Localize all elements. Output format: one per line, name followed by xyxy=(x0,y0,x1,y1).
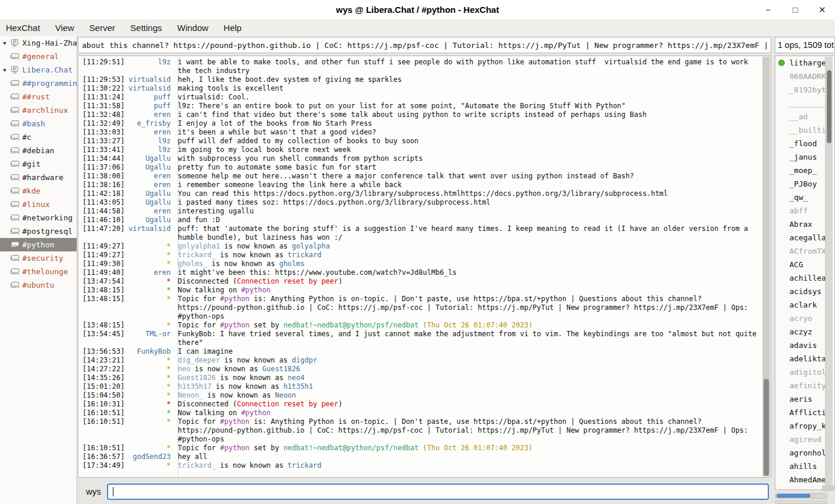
message-text: I enjoy a lot of the books from No Starh… xyxy=(171,119,761,128)
timestamp: [14:35:26] xyxy=(82,374,125,382)
sidebar-item--bash[interactable]: #bash xyxy=(0,117,77,130)
event-star: * xyxy=(167,409,171,417)
user-nick: aczyz xyxy=(789,327,812,336)
menu-item-settings[interactable]: Settings xyxy=(130,23,162,33)
nick: Ugallu xyxy=(146,198,171,207)
chat-scrollbar[interactable] xyxy=(762,57,770,477)
sidebar-item--c[interactable]: #c xyxy=(0,130,77,144)
message-text: You can read this https://docs.python.or… xyxy=(171,189,761,198)
chat-bubble-icon xyxy=(9,52,20,61)
sidebar-item--python[interactable]: #python xyxy=(0,238,77,251)
sidebar-item--kde[interactable]: #kde xyxy=(0,184,77,198)
sidebar-item--ubuntu[interactable]: #ubuntu xyxy=(0,278,77,292)
expander-icon[interactable]: ▼ xyxy=(0,40,9,46)
expander-icon[interactable]: ▼ xyxy=(0,67,9,73)
chat-row: [11:47:20]virtualsidpuff: that 'automate… xyxy=(78,225,761,242)
chat-scrollbar-thumb[interactable] xyxy=(764,379,769,476)
menu-item-help[interactable]: Help xyxy=(223,23,241,33)
sidebar-item--programming[interactable]: ##programming xyxy=(0,77,77,90)
throttle-meter xyxy=(775,500,827,504)
sidebar-item--security[interactable]: #security xyxy=(0,251,77,265)
message-text: it might've been this: https://www.youtu… xyxy=(171,268,761,277)
sidebar-item--hardware[interactable]: #hardware xyxy=(0,171,77,184)
timestamp: [13:48:15] xyxy=(82,321,125,330)
scrollbar-corner xyxy=(822,485,835,491)
timestamp: [11:31:24] xyxy=(82,93,125,102)
sidebar-item--debian[interactable]: #debian xyxy=(0,144,77,157)
event-star: * xyxy=(167,286,171,295)
sidebar-item--linux[interactable]: #linux xyxy=(0,198,77,211)
timestamp: [13:56:53] xyxy=(82,347,125,356)
timestamp: [11:46:10] xyxy=(82,216,125,225)
user-nick: 068AADRKN xyxy=(789,72,830,81)
user-nick: ahills xyxy=(789,462,817,471)
sidebar-item--networking[interactable]: #networking xyxy=(0,211,77,225)
sidebar-item--postgresql[interactable]: #postgresql xyxy=(0,225,77,238)
event-star: * xyxy=(167,356,171,365)
timestamp: [11:29:51] xyxy=(82,58,125,75)
user-nick: acidsys xyxy=(789,287,822,296)
menu-item-hexchat[interactable]: HexChat xyxy=(6,23,40,33)
sidebar-server-xing-hai-zhan[interactable]: ▼ Xing-Hai-Zhan xyxy=(0,36,77,50)
menu-item-view[interactable]: View xyxy=(55,23,74,33)
user-nick: _8192byte xyxy=(789,85,830,94)
chat-area[interactable]: [11:29:51]l9zi want be able to make tool… xyxy=(78,56,771,478)
userlist-scrollbar[interactable] xyxy=(825,57,833,489)
timestamp: [11:31:58] xyxy=(82,102,125,111)
user-nick: acryo xyxy=(789,314,812,323)
sidebar-server-libera-chat[interactable]: ▼ Libera.Chat xyxy=(0,63,77,77)
chat-row: [16:10:31]*Disconnected (Connection rese… xyxy=(78,400,761,409)
timestamp: [11:43:05] xyxy=(82,198,125,207)
channel-label: #networking xyxy=(22,213,73,222)
chat-row: [17:34:49]*trickard_ is now known as tri… xyxy=(78,461,761,470)
channel-label: ##programming xyxy=(22,79,77,88)
timestamp: [11:30:22] xyxy=(82,84,125,93)
nick: puff xyxy=(154,102,171,111)
text-caret xyxy=(113,487,113,496)
message-text: dig_deeper is now known as digdpr xyxy=(171,356,761,365)
maximize-icon[interactable]: □ xyxy=(791,5,800,15)
chat-bubble-icon xyxy=(9,119,20,128)
channel-label: #general xyxy=(22,52,59,61)
channel-label: #kde xyxy=(22,187,40,195)
chat-bubble-icon xyxy=(9,227,20,236)
chat-row: [11:29:51]l9zi want be able to make tool… xyxy=(78,58,761,75)
nick: eren xyxy=(154,268,171,277)
sidebar-item--archlinux[interactable]: #archlinux xyxy=(0,103,77,117)
timestamp: [14:23:21] xyxy=(82,356,125,365)
timestamp: [11:49:27] xyxy=(82,242,125,251)
close-icon[interactable]: ✕ xyxy=(817,5,827,15)
minimize-icon[interactable]: − xyxy=(764,5,773,15)
menu-item-window[interactable]: Window xyxy=(177,23,208,33)
message-text: Disconnected (Connection reset by peer) xyxy=(171,277,761,286)
nick: l9z xyxy=(158,146,171,154)
topic-input[interactable] xyxy=(78,37,771,53)
message-input[interactable] xyxy=(107,484,769,500)
timestamp: [11:42:18] xyxy=(82,189,125,198)
chat-row: [13:54:45]TML-orFunkyBob: I have tried s… xyxy=(78,330,761,347)
userlist-scrollbar-thumb[interactable] xyxy=(827,70,831,143)
chat-row: [13:48:15]*Now talking on #python xyxy=(78,286,761,295)
nick: Ugallu xyxy=(146,189,171,198)
message-text: interesting ugallu xyxy=(171,207,761,216)
message-text: i remember someone leaving the link here… xyxy=(171,181,761,189)
message-text: golyalpha1 is now known as golyalpha xyxy=(171,242,761,251)
user-list: litharge068AADRKN_8192byte__________ad__… xyxy=(775,56,835,490)
timestamp: [16:10:51] xyxy=(82,444,125,453)
event-star: * xyxy=(167,400,171,409)
sidebar-item--general[interactable]: #general xyxy=(0,50,77,63)
chat-row: [15:01:20]*h1t35h17 is now known as h1t3… xyxy=(78,382,761,391)
menu-item-server[interactable]: Server xyxy=(89,23,115,33)
user-nick: _qw_ xyxy=(789,193,808,202)
user-nick: aefinity xyxy=(789,381,826,390)
sidebar-item--thelounge[interactable]: #thelounge xyxy=(0,265,77,278)
chat-row: [11:44:58]ereninteresting ugallu xyxy=(78,207,761,216)
sidebar-item--git[interactable]: #git xyxy=(0,157,77,171)
timestamp: [11:49:40] xyxy=(82,268,125,277)
channel-label: ##rust xyxy=(22,92,50,101)
channel-label: #hardware xyxy=(22,173,63,182)
chat-row: [11:43:05]Ugallui pasted many times soz:… xyxy=(78,198,761,207)
nick: e_frisby xyxy=(137,119,171,128)
sidebar-item--rust[interactable]: ##rust xyxy=(0,90,77,103)
chat-row: [11:49:40]erenit might've been this: htt… xyxy=(78,268,761,277)
